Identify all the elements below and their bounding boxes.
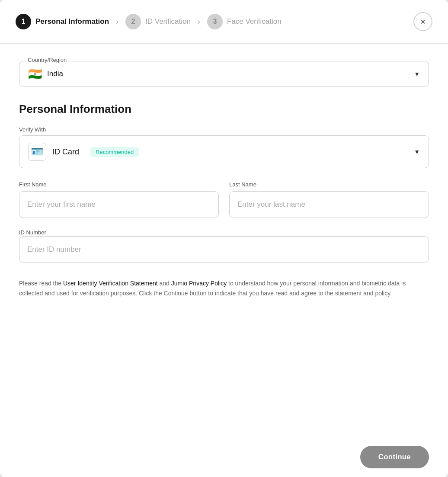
- id-number-label: ID Number: [19, 229, 46, 236]
- step-2: 2 ID Verification: [125, 14, 191, 29]
- footer: Continue: [0, 437, 448, 477]
- step-2-label: ID Verification: [145, 17, 191, 26]
- close-button[interactable]: ×: [413, 12, 432, 31]
- id-card-icon: 🪪: [28, 143, 46, 161]
- last-name-label: Last Name: [229, 181, 429, 188]
- step-chevron-2: ›: [198, 17, 200, 26]
- privacy-prefix: Please read the: [19, 280, 63, 287]
- verify-select[interactable]: 🪪 ID Card Recommended ▼: [19, 135, 429, 168]
- verify-with-wrapper: Verify With 🪪 ID Card Recommended ▼: [19, 126, 429, 168]
- step-2-circle: 2: [125, 14, 141, 29]
- first-name-label: First Name: [19, 181, 219, 188]
- verify-with-label: Verify With: [19, 126, 429, 133]
- privacy-policy-link[interactable]: Jumio Privacy Policy: [171, 280, 227, 287]
- stepper-header: 1 Personal Information › 2 ID Verificati…: [0, 0, 448, 44]
- step-3-circle: 3: [207, 14, 223, 29]
- step-3-label: Face Verification: [227, 17, 282, 26]
- modal-container: 1 Personal Information › 2 ID Verificati…: [0, 0, 448, 477]
- last-name-group: Last Name: [229, 181, 429, 218]
- verify-value: ID Card: [52, 147, 79, 157]
- recommended-badge: Recommended: [90, 147, 139, 157]
- country-select[interactable]: 🇮🇳 India ▼: [19, 61, 429, 87]
- privacy-text: Please read the User Identity Verificati…: [19, 279, 429, 298]
- close-icon: ×: [420, 17, 426, 27]
- personal-info-title: Personal Information: [19, 102, 429, 116]
- country-region-section: Country/Region 🇮🇳 India ▼: [19, 61, 429, 87]
- verify-box-inner: 🪪 ID Card Recommended: [28, 143, 139, 161]
- country-floating-label: Country/Region: [26, 57, 68, 63]
- last-name-input[interactable]: [229, 191, 429, 218]
- verification-statement-link[interactable]: User Identity Verification Statement: [63, 280, 158, 287]
- privacy-middle: and: [158, 280, 171, 287]
- step-1: 1 Personal Information: [16, 14, 109, 29]
- step-chevron-1: ›: [116, 17, 118, 26]
- id-number-input[interactable]: [19, 236, 429, 263]
- content-area: Country/Region 🇮🇳 India ▼ Personal Infor…: [0, 44, 448, 437]
- country-chevron-icon: ▼: [414, 70, 420, 77]
- id-number-group: ID Number: [19, 228, 429, 263]
- country-value: India: [47, 70, 63, 78]
- name-fields-row: First Name Last Name: [19, 181, 429, 218]
- step-1-circle: 1: [16, 14, 31, 29]
- first-name-input[interactable]: [19, 191, 219, 218]
- india-flag: 🇮🇳: [28, 68, 42, 80]
- continue-button[interactable]: Continue: [360, 446, 429, 468]
- country-select-inner: 🇮🇳 India: [28, 68, 63, 80]
- scrollable-content[interactable]: Country/Region 🇮🇳 India ▼ Personal Infor…: [0, 44, 448, 437]
- step-1-label: Personal Information: [35, 17, 109, 26]
- step-3: 3 Face Verification: [207, 14, 282, 29]
- verify-chevron-icon: ▼: [414, 148, 420, 155]
- personal-info-section: Personal Information Verify With 🪪 ID Ca…: [19, 102, 429, 298]
- first-name-group: First Name: [19, 181, 219, 218]
